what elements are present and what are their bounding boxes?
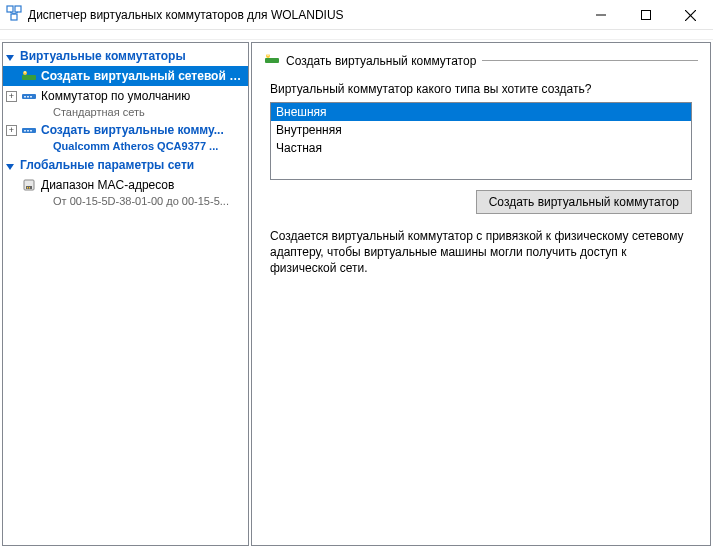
- tree-item-label: Создать виртуальные комму...: [41, 123, 224, 137]
- expand-icon[interactable]: +: [6, 125, 17, 136]
- main-area: Виртуальные коммутаторы Создать виртуаль…: [0, 40, 713, 548]
- switch-type-listbox[interactable]: Внешняя Внутренняя Частная: [270, 102, 692, 180]
- section-title: Создать виртуальный коммутатор: [280, 54, 482, 68]
- tree-section-switches[interactable]: Виртуальные коммутаторы: [3, 45, 248, 66]
- app-icon: [6, 5, 22, 24]
- chevron-down-icon: [6, 159, 18, 171]
- tree-section-label: Глобальные параметры сети: [20, 158, 194, 172]
- svg-rect-1: [15, 6, 21, 12]
- tree-panel: Виртуальные коммутаторы Создать виртуаль…: [2, 42, 249, 546]
- divider: [482, 60, 698, 61]
- svg-rect-6: [641, 11, 650, 20]
- tree-item-new-switch[interactable]: Создать виртуальный сетевой к...: [3, 66, 248, 86]
- prompt-text: Виртуальный коммутатор какого типа вы хо…: [270, 82, 698, 96]
- tree-item-create-switches[interactable]: + Создать виртуальные комму...: [3, 120, 248, 140]
- switch-icon: [21, 88, 37, 104]
- tree-item-sublabel: Qualcomm Atheros QCA9377 ...: [3, 140, 248, 154]
- switch-new-icon: [21, 68, 37, 84]
- maximize-button[interactable]: [623, 0, 668, 30]
- switch-icon: [21, 122, 37, 138]
- svg-rect-22: [29, 187, 30, 189]
- tree-item-label: Коммутатор по умолчанию: [41, 89, 190, 103]
- tree-item-sublabel: От 00-15-5D-38-01-00 до 00-15-5...: [3, 195, 248, 209]
- description-text: Создается виртуальный коммутатор с привя…: [270, 228, 692, 277]
- tree-item-default-switch[interactable]: + Коммутатор по умолчанию: [3, 86, 248, 106]
- tree-item-sublabel: Стандартная сеть: [3, 106, 248, 120]
- create-switch-button[interactable]: Создать виртуальный коммутатор: [476, 190, 692, 214]
- titlebar: Диспетчер виртуальных коммутаторов для W…: [0, 0, 713, 30]
- svg-rect-13: [27, 96, 29, 98]
- svg-rect-0: [7, 6, 13, 12]
- tree-item-label: Диапазон MAC-адресов: [41, 178, 174, 192]
- svg-rect-14: [30, 96, 32, 98]
- option-private[interactable]: Частная: [271, 139, 691, 157]
- tree-item-mac-range[interactable]: Диапазон MAC-адресов: [3, 175, 248, 195]
- svg-rect-2: [11, 14, 17, 20]
- minimize-button[interactable]: [578, 0, 623, 30]
- action-row: Создать виртуальный коммутатор: [270, 190, 692, 214]
- svg-rect-16: [24, 130, 26, 132]
- switch-new-icon: [264, 51, 280, 70]
- tree-item-label: Создать виртуальный сетевой к...: [41, 69, 245, 83]
- svg-rect-21: [27, 187, 28, 189]
- svg-rect-12: [24, 96, 26, 98]
- option-external[interactable]: Внешняя: [271, 103, 691, 121]
- option-internal[interactable]: Внутренняя: [271, 121, 691, 139]
- close-button[interactable]: [668, 0, 713, 30]
- content-panel: Создать виртуальный коммутатор Виртуальн…: [251, 42, 711, 546]
- svg-rect-17: [27, 130, 29, 132]
- window-title: Диспетчер виртуальных коммутаторов для W…: [28, 8, 578, 22]
- svg-rect-9: [22, 75, 36, 80]
- tree-section-global[interactable]: Глобальные параметры сети: [3, 154, 248, 175]
- svg-rect-18: [30, 130, 32, 132]
- window-controls: [578, 0, 713, 29]
- tree-section-label: Виртуальные коммутаторы: [20, 49, 186, 63]
- section-header: Создать виртуальный коммутатор: [264, 51, 698, 70]
- menubar: [0, 30, 713, 40]
- expand-icon[interactable]: +: [6, 91, 17, 102]
- chevron-down-icon: [6, 50, 18, 62]
- svg-rect-23: [265, 58, 279, 63]
- nic-icon: [21, 177, 37, 193]
